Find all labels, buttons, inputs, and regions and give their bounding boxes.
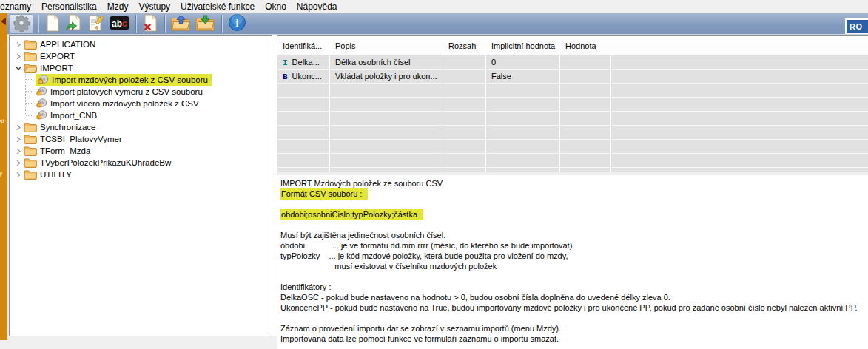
tree-item-import-v-cero-mzdov-ch-polo-ek-z-csv[interactable]: Import vícero mzdových položek z CSV <box>10 98 272 109</box>
param-hodnota-cell[interactable] <box>560 70 611 84</box>
chevron-right-icon[interactable] <box>13 157 23 169</box>
chevron-down-icon[interactable] <box>13 62 23 74</box>
param-implicitni-cell[interactable]: 0 <box>486 55 560 70</box>
gear-button[interactable] <box>10 14 33 33</box>
empty-cell <box>277 168 330 172</box>
tree-item-application[interactable]: APPLICATION <box>10 38 272 50</box>
menu-item-n-pov-da[interactable]: Nápověda <box>292 1 343 13</box>
chevron-right-icon[interactable] <box>13 38 23 50</box>
empty-cell <box>560 140 611 154</box>
tree-item-label: TForm_Mzda <box>40 146 90 155</box>
menu-item-u-ivatelsk-funkce[interactable]: Uživatelské funkce <box>175 1 260 13</box>
tree-item-label: EXPORT <box>40 52 75 61</box>
import-document-button[interactable] <box>64 14 84 33</box>
delete-document-icon <box>142 14 158 34</box>
empty-cell <box>443 140 486 154</box>
params-table-body: IDelka...Délka osobních čísel0BUkonc...V… <box>277 55 868 172</box>
menu-item-v-stupy[interactable]: Výstupy <box>133 1 175 13</box>
column-header-popis[interactable]: Popis <box>330 41 443 50</box>
folder-open-down-button[interactable] <box>194 14 217 33</box>
app-window: eznamyPersonalistikaMzdyVýstupyUživatels… <box>0 0 868 349</box>
tree-item-import-platovych-vymeru-z-csv-souboru[interactable]: Import platovych vymeru z CSV souboru <box>10 86 272 98</box>
function-icon <box>36 98 47 109</box>
tree-item-synchronizace[interactable]: Synchronizace <box>10 121 272 133</box>
info-button[interactable]: i <box>226 14 248 33</box>
column-header-hodnota[interactable]: Hodnota <box>560 41 611 50</box>
tree-item-label: TCSBI_PlatovyVymer <box>40 135 122 143</box>
folder-icon <box>24 146 37 156</box>
tree-item-tvyberpolozekprikazukuhradebw[interactable]: TVyberPolozekPrikazuKUhradeBw <box>10 157 272 169</box>
empty-cell <box>443 154 486 168</box>
function-icon <box>38 75 49 85</box>
empty-grid-row <box>277 140 868 154</box>
menu-item-eznamy[interactable]: eznamy <box>0 1 36 13</box>
empty-grid-row <box>277 168 868 172</box>
chevron-right-icon[interactable] <box>13 121 23 133</box>
tree-selection-highlight: Import mzdových položek z CSV souboru <box>36 74 212 86</box>
param-row-ukonc[interactable]: BUkonc...Vkládat položky i pro ukon...Fa… <box>277 70 868 84</box>
description-line: Identifikátory : <box>280 282 864 292</box>
spellcheck-abc-icon: abc <box>110 16 129 33</box>
tree-connector <box>25 74 36 86</box>
empty-cell <box>330 140 443 154</box>
chevron-right-icon[interactable] <box>13 50 23 62</box>
svg-text:ab: ab <box>112 18 122 29</box>
empty-cell <box>330 84 443 98</box>
menu-item-personalistika[interactable]: Personalistika <box>36 1 102 13</box>
description-line: Záznam o provedení importu dat se zobraz… <box>280 323 864 333</box>
empty-cell <box>443 112 486 126</box>
param-rozsah-cell[interactable] <box>443 55 486 70</box>
tree-item-export[interactable]: EXPORT <box>10 50 272 62</box>
docked-panel-strip[interactable]: sty <box>0 13 7 340</box>
tree-item-import-cnb[interactable]: Import_CNB <box>10 109 272 121</box>
param-implicitni-cell[interactable]: False <box>486 70 560 84</box>
menu-item-okno[interactable]: Okno <box>260 1 292 13</box>
strip-text-fragment: y <box>0 170 3 177</box>
menu-item-mzdy[interactable]: Mzdy <box>102 1 134 13</box>
tree-item-import-mzdov-ch-polo-ek-z-csv-souboru[interactable]: Import mzdových položek z CSV souboru <box>10 74 272 86</box>
edit-document-button[interactable] <box>86 14 107 33</box>
chevron-right-icon[interactable] <box>13 169 23 180</box>
svg-text:c: c <box>122 18 127 29</box>
empty-cell <box>277 126 330 140</box>
chevron-right-icon[interactable] <box>13 133 23 145</box>
tree-item-label: Import mzdových položek z CSV souboru <box>52 75 208 84</box>
chevron-right-icon[interactable] <box>13 145 23 157</box>
tree-item-tcsbi-platovyvymer[interactable]: TCSBI_PlatovyVymer <box>10 133 272 145</box>
spellcheck-abc-button[interactable]: abc <box>108 14 131 33</box>
type-letter-integer: I <box>283 58 288 67</box>
param-popis-cell[interactable]: Vkládat položky i pro ukon... <box>330 70 443 84</box>
new-document-button[interactable] <box>43 14 62 33</box>
description-panel: IMPORT Mzdových položek ze souboru CSVFo… <box>277 174 868 349</box>
collapse-arrow-icon[interactable] <box>1 18 6 25</box>
column-header-identifik[interactable]: Identifiká... <box>277 41 330 50</box>
empty-cell <box>486 140 560 154</box>
empty-cell <box>277 84 330 98</box>
description-line: IMPORT Mzdových položek ze souboru CSV <box>280 178 864 189</box>
tree-item-tform-mzda[interactable]: TForm_Mzda <box>10 145 272 157</box>
description-line: obdobi;osobniCislo;typPolozky;částka <box>280 209 864 220</box>
param-popis-cell[interactable]: Délka osobních čísel <box>330 55 443 70</box>
new-document-icon <box>44 14 61 34</box>
delete-document-button[interactable] <box>141 14 160 33</box>
param-row-delka[interactable]: IDelka...Délka osobních čísel0 <box>277 55 868 70</box>
tree-connector <box>25 98 36 109</box>
column-header-rozsah[interactable]: Rozsah <box>443 41 486 50</box>
param-identifier-cell[interactable]: IDelka... <box>277 55 330 70</box>
tree-item-import[interactable]: IMPORT <box>10 62 272 74</box>
empty-cell <box>560 112 611 126</box>
folder-icon <box>24 51 37 61</box>
import-document-icon <box>65 14 83 34</box>
param-rozsah-cell[interactable] <box>443 70 486 84</box>
empty-cell <box>560 126 611 140</box>
param-identifier-cell[interactable]: BUkonc... <box>277 70 330 84</box>
description-line: Musí být zajištěna jedinečnost osobních … <box>280 230 864 240</box>
folder-open-up-button[interactable] <box>169 14 192 33</box>
column-header-implicitn-hodnota[interactable]: Implicitní hodnota <box>486 41 560 50</box>
empty-cell <box>611 126 868 140</box>
param-hodnota-cell[interactable] <box>560 55 611 70</box>
empty-grid-row <box>277 154 868 168</box>
empty-grid-row <box>277 112 868 126</box>
tree-item-utility[interactable]: UTILITY <box>10 169 272 180</box>
description-line: UkoncenePP - pokud bude nastaveno na Tru… <box>280 302 864 313</box>
